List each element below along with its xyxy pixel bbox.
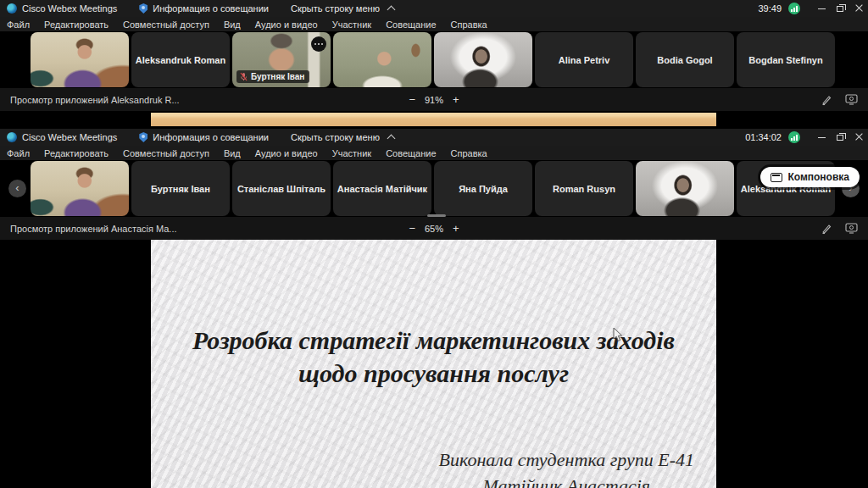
menu-view[interactable]: Вид <box>224 148 241 158</box>
menu-file[interactable]: Файл <box>7 148 30 158</box>
share-screen-icon[interactable] <box>845 94 858 105</box>
webex-window-2: Cisco Webex Meetings Информация о совеща… <box>0 129 868 488</box>
minimize-button[interactable] <box>812 1 831 16</box>
hide-menu-button[interactable]: Скрыть строку меню <box>291 132 394 142</box>
participant-tile[interactable]: Roman Rusyn <box>535 161 633 216</box>
hide-menu-button[interactable]: Скрыть строку меню <box>291 3 394 14</box>
minimize-button[interactable] <box>812 130 831 145</box>
participant-video[interactable] <box>434 32 532 87</box>
app-title: Cisco Webex Meetings <box>22 132 117 142</box>
close-button[interactable] <box>849 130 868 145</box>
participant-name: Анастасія Матійчик <box>334 184 431 194</box>
participant-video[interactable] <box>333 32 431 87</box>
layout-button[interactable]: Компоновка <box>760 167 860 187</box>
connection-quality-icon[interactable] <box>788 131 800 143</box>
slide-credit-line2: Матійчик Анастасія <box>438 473 694 488</box>
shared-document-edge <box>151 113 716 126</box>
menu-share[interactable]: Совместный доступ <box>123 19 209 30</box>
participant-video[interactable] <box>31 161 129 216</box>
participant-name: Яна Пуйда <box>455 184 511 194</box>
participant-name: Roman Rusyn <box>549 184 619 194</box>
participant-tile[interactable]: Станіслав Шпіталь <box>232 161 331 216</box>
menu-bar: Файл Редактировать Совместный доступ Вид… <box>0 146 868 160</box>
menu-file[interactable]: Файл <box>7 19 30 30</box>
shield-icon <box>139 132 147 142</box>
status-bar: Просмотр приложений Анастасія Ма... − 65… <box>0 217 868 240</box>
zoom-out-button[interactable]: − <box>409 222 415 235</box>
restore-button[interactable] <box>831 1 849 16</box>
slide-credit-line1: Виконала студентка групи Е-41 <box>438 446 694 473</box>
shared-content-area: Розробка стратегії маркетингових заходів… <box>0 240 868 488</box>
annotate-icon[interactable] <box>821 94 832 106</box>
participant-name: Станіслав Шпіталь <box>234 184 329 194</box>
menu-meeting[interactable]: Совещание <box>386 148 436 158</box>
speaker-label: Буртняк Іван <box>236 70 309 83</box>
menu-audio-video[interactable]: Аудио и видео <box>255 19 318 30</box>
share-screen-icon[interactable] <box>845 223 858 234</box>
menu-help[interactable]: Справка <box>451 19 487 30</box>
menu-participant[interactable]: Участник <box>332 148 371 158</box>
chevron-up-icon <box>387 135 395 143</box>
meeting-info-button[interactable]: Информация о совещании <box>139 3 269 14</box>
viewing-label: Просмотр приложений Анастасія Ма... <box>10 224 177 234</box>
more-options-button[interactable] <box>311 36 326 52</box>
participant-strip: Aleksandruk Roman Буртняк Іван Alina Pet… <box>0 31 868 88</box>
mouse-cursor <box>613 327 623 342</box>
shared-content-peek <box>0 111 868 129</box>
app-title: Cisco Webex Meetings <box>22 3 117 14</box>
zoom-out-button[interactable]: − <box>409 93 415 106</box>
menu-view[interactable]: Вид <box>224 19 241 30</box>
webex-window-1: Cisco Webex Meetings Информация о совеща… <box>0 0 868 129</box>
participant-name: Буртняк Іван <box>147 184 214 194</box>
chevron-up-icon <box>387 6 395 14</box>
participant-video[interactable] <box>31 32 129 87</box>
menu-edit[interactable]: Редактировать <box>44 19 108 30</box>
menu-audio-video[interactable]: Аудио и видео <box>255 148 318 158</box>
participant-tile[interactable]: Aleksandruk Roman <box>131 32 230 87</box>
meeting-timer: 39:49 <box>758 3 782 14</box>
slide-title: Розробка стратегії маркетингових заходів… <box>151 324 716 390</box>
participant-name: Aleksandruk Roman <box>132 55 229 65</box>
zoom-level[interactable]: 65% <box>425 224 443 234</box>
zoom-in-button[interactable]: + <box>453 222 459 235</box>
zoom-level[interactable]: 91% <box>425 95 443 105</box>
meeting-info-button[interactable]: Информация о совещании <box>139 132 269 142</box>
menu-help[interactable]: Справка <box>451 148 487 158</box>
participant-tile[interactable]: Буртняк Іван <box>131 161 230 216</box>
annotate-icon[interactable] <box>821 223 832 235</box>
participant-video[interactable]: Буртняк Іван <box>232 32 331 87</box>
viewing-label: Просмотр приложений Aleksandruk R... <box>10 95 180 105</box>
menu-edit[interactable]: Редактировать <box>44 148 108 158</box>
menu-bar: Файл Редактировать Совместный доступ Вид… <box>0 17 868 31</box>
title-bar: Cisco Webex Meetings Информация о совеща… <box>0 129 868 146</box>
participant-name: Alina Petriv <box>555 55 614 65</box>
webex-logo-icon <box>7 132 17 142</box>
participant-name: Bodia Gogol <box>654 55 715 65</box>
participant-strip: ‹ Буртняк Іван Станіслав Шпіталь Анастас… <box>0 160 868 217</box>
participant-tile[interactable]: Bogdan Stefinyn <box>737 32 835 87</box>
menu-meeting[interactable]: Совещание <box>386 19 436 30</box>
participant-video[interactable] <box>636 161 734 216</box>
participant-name: Bogdan Stefinyn <box>745 55 826 65</box>
slide-credits: Виконала студентка групи Е-41 Матійчик А… <box>438 446 694 488</box>
shield-icon <box>139 3 147 14</box>
close-button[interactable] <box>849 1 868 16</box>
connection-quality-icon[interactable] <box>788 3 800 14</box>
participant-tile[interactable]: Яна Пуйда <box>434 161 532 216</box>
meeting-timer: 01:34:02 <box>745 132 782 142</box>
status-bar: Просмотр приложений Aleksandruk R... − 9… <box>0 88 868 111</box>
participant-tile[interactable]: Alina Petriv <box>535 32 633 87</box>
menu-share[interactable]: Совместный доступ <box>123 148 209 158</box>
menu-participant[interactable]: Участник <box>332 19 371 30</box>
presentation-slide: Розробка стратегії маркетингових заходів… <box>151 240 716 488</box>
layout-grid-icon <box>771 173 782 182</box>
participant-tile[interactable]: Bodia Gogol <box>636 32 734 87</box>
strip-prev-button[interactable]: ‹ <box>8 180 26 197</box>
mic-muted-icon <box>240 72 248 81</box>
zoom-in-button[interactable]: + <box>453 93 459 106</box>
restore-button[interactable] <box>831 130 849 145</box>
webex-logo-icon <box>7 3 17 14</box>
participant-tile[interactable]: Анастасія Матійчик <box>333 161 431 216</box>
title-bar: Cisco Webex Meetings Информация о совеща… <box>0 0 868 17</box>
